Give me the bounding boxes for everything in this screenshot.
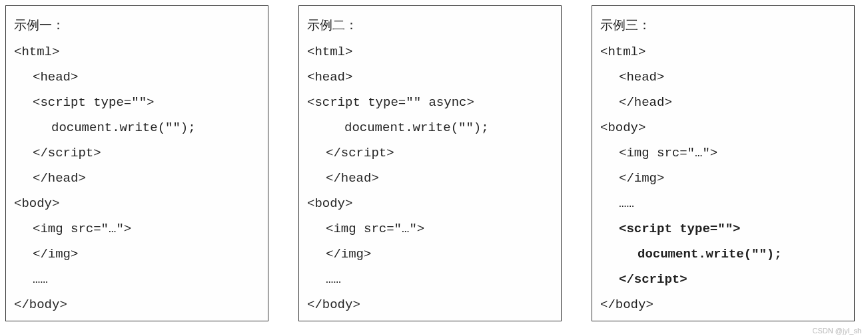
code-line: <head> — [600, 65, 846, 90]
code-line: <head> — [307, 65, 553, 90]
example-title: 示例二： — [307, 13, 553, 38]
code-line: </img> — [600, 166, 846, 191]
code-line: <html> — [14, 39, 260, 65]
code-line: </script> — [307, 140, 553, 166]
example-title: 示例三： — [600, 13, 846, 38]
code-line: document.write(""); — [600, 242, 846, 267]
code-line: <body> — [307, 191, 553, 216]
code-line: …… — [307, 267, 553, 292]
example-title: 示例一： — [14, 13, 260, 38]
example-box-3: 示例三： <html><head></head><body><img src="… — [592, 5, 855, 321]
code-content-1: <html><head><script type="">document.wri… — [14, 39, 260, 317]
example-box-1: 示例一： <html><head><script type="">documen… — [5, 5, 268, 321]
code-line: <head> — [14, 65, 260, 90]
code-content-3: <html><head></head><body><img src="…"></… — [600, 39, 846, 317]
code-line: <script type=""> — [14, 90, 260, 115]
code-line: <script type="" async> — [307, 90, 553, 115]
code-line: <img src="…"> — [600, 140, 846, 166]
code-content-2: <html><head><script type="" async>docume… — [307, 39, 553, 317]
code-line: </img> — [307, 242, 553, 267]
code-line: </script> — [14, 140, 260, 166]
code-line: </head> — [307, 166, 553, 191]
code-line: document.write(""); — [307, 115, 553, 140]
code-line: </body> — [14, 292, 260, 317]
code-line: </head> — [14, 166, 260, 191]
code-line: </script> — [600, 267, 846, 292]
watermark-text: CSDN @jyl_sh — [812, 327, 861, 335]
code-line: <body> — [600, 115, 846, 140]
code-line: document.write(""); — [14, 115, 260, 140]
example-box-2: 示例二： <html><head><script type="" async>d… — [298, 5, 562, 321]
code-line: </img> — [14, 242, 260, 267]
code-line: <html> — [307, 39, 553, 65]
code-line: </head> — [600, 90, 846, 115]
code-line: <script type=""> — [600, 216, 846, 242]
code-line: <body> — [14, 191, 260, 216]
code-line: </body> — [307, 292, 553, 317]
code-line: <html> — [600, 39, 846, 65]
code-line: <img src="…"> — [307, 216, 553, 242]
code-line: <img src="…"> — [14, 216, 260, 242]
code-line: …… — [600, 191, 846, 216]
code-line: …… — [14, 267, 260, 292]
code-line: </body> — [600, 292, 846, 317]
